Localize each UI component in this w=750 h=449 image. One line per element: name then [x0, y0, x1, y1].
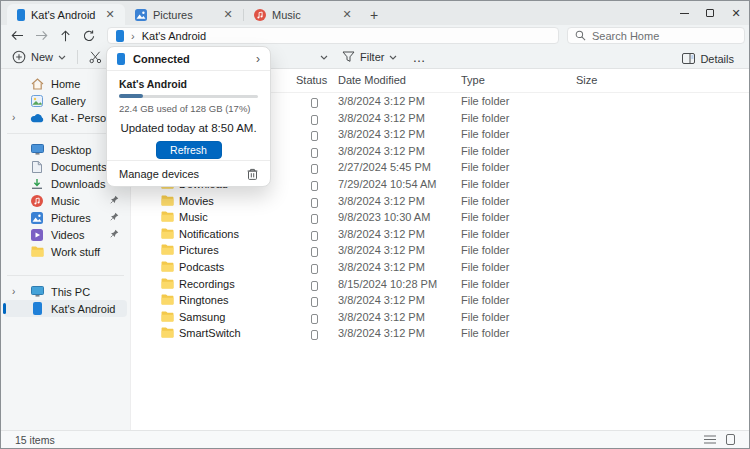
close-tab-icon[interactable]: ✕	[340, 8, 354, 21]
column-header-status[interactable]: Status	[296, 74, 327, 86]
download-icon	[30, 178, 44, 190]
table-row[interactable]: Recordings 8/15/2024 10:28 PM File folde…	[131, 276, 750, 293]
details-view-icon[interactable]	[704, 435, 716, 444]
chevron-right-icon[interactable]: ›	[131, 30, 135, 42]
sidebar-item-music[interactable]: Music	[4, 192, 127, 209]
storage-progress-fill	[119, 94, 143, 98]
table-row[interactable]: Ringtones 3/8/2024 3:12 PM File folder	[131, 292, 750, 309]
details-pane-button[interactable]: Details	[675, 48, 741, 69]
videos-icon	[30, 229, 44, 241]
breadcrumb-device[interactable]: Kat's Android	[142, 30, 206, 42]
table-row[interactable]: Pictures 3/8/2024 3:12 PM File folder	[131, 242, 750, 259]
file-type: File folder	[461, 276, 509, 293]
sidebar-item-label: Music	[51, 195, 80, 207]
column-header-date-modified[interactable]: Date Modified	[338, 74, 406, 86]
pin-icon	[110, 212, 119, 221]
toolbar-divider	[77, 50, 78, 64]
table-row[interactable]: Samsung 3/8/2024 3:12 PM File folder	[131, 309, 750, 326]
tab-pictures[interactable]: Pictures ✕	[125, 4, 243, 25]
window-controls: ✕	[671, 1, 749, 25]
file-type: File folder	[461, 226, 509, 243]
file-type: File folder	[461, 193, 509, 210]
music-icon	[30, 195, 44, 207]
date-modified: 3/8/2024 3:12 PM	[338, 93, 425, 110]
date-modified: 9/8/2023 10:30 AM	[338, 209, 430, 226]
file-name: Podcasts	[179, 259, 224, 276]
expand-chevron-icon[interactable]: ›	[12, 286, 15, 297]
breadcrumb[interactable]: › Kat's Android	[107, 27, 559, 44]
storage-summary: 22.4 GB used of 128 GB (17%)	[119, 103, 258, 114]
sidebar-item-work-stuff[interactable]: Work stuff	[4, 243, 127, 260]
sidebar-divider	[7, 275, 124, 276]
tab-kats-android[interactable]: Kat's Android ✕	[7, 4, 125, 25]
file-type: File folder	[461, 143, 509, 160]
file-name: Samsung	[179, 309, 225, 326]
table-row[interactable]: Notifications 3/8/2024 3:12 PM File fold…	[131, 226, 750, 243]
phone-icon	[17, 9, 25, 21]
close-tab-icon[interactable]: ✕	[221, 8, 235, 21]
new-icon	[12, 50, 26, 64]
file-type: File folder	[461, 176, 509, 193]
date-modified: 8/15/2024 10:28 PM	[338, 276, 437, 293]
maximize-button[interactable]	[697, 1, 723, 25]
column-header-type[interactable]: Type	[461, 74, 485, 86]
device-status-popup: Connected › Kat's Android 22.4 GB used o…	[106, 46, 271, 187]
minimize-button[interactable]	[671, 1, 697, 25]
sidebar-item-pictures[interactable]: Pictures	[4, 209, 127, 226]
connection-status: Connected	[133, 53, 248, 65]
file-type: File folder	[461, 159, 509, 176]
sidebar-item-videos[interactable]: Videos	[4, 226, 127, 243]
details-pane-icon	[682, 53, 695, 64]
file-type: File folder	[461, 110, 509, 127]
onedrive-icon	[30, 113, 44, 123]
refresh-button[interactable]: Refresh	[156, 141, 222, 159]
column-header-size[interactable]: Size	[576, 74, 597, 86]
date-modified: 3/8/2024 3:12 PM	[338, 325, 425, 342]
sidebar-item-label: Gallery	[51, 95, 86, 107]
folder-icon	[161, 327, 174, 344]
sidebar-item-label: Home	[51, 78, 80, 90]
filter-button[interactable]: Filter	[335, 47, 404, 68]
back-button[interactable]	[5, 26, 29, 45]
document-icon	[30, 161, 44, 173]
table-row[interactable]: SmartSwitch 3/8/2024 3:12 PM File folder	[131, 325, 750, 342]
phone-icon	[30, 302, 44, 315]
sidebar-item-label: Documents	[51, 161, 107, 173]
close-tab-icon[interactable]: ✕	[103, 8, 117, 21]
phone-icon[interactable]	[116, 30, 124, 42]
date-modified: 2/27/2024 5:45 PM	[338, 159, 431, 176]
new-tab-button[interactable]: +	[362, 4, 386, 25]
details-label: Details	[700, 53, 734, 65]
file-name: Music	[179, 209, 208, 226]
forward-button[interactable]	[29, 26, 53, 45]
view-dropdown-chevron[interactable]	[313, 47, 335, 68]
refresh-button[interactable]	[77, 26, 101, 45]
table-row[interactable]: Podcasts 3/8/2024 3:12 PM File folder	[131, 259, 750, 276]
more-options-button[interactable]: …	[404, 47, 434, 68]
chevron-right-icon[interactable]: ›	[256, 52, 260, 66]
date-modified: 3/8/2024 3:12 PM	[338, 126, 425, 143]
search-input[interactable]	[592, 30, 737, 42]
sidebar-item-label: Desktop	[51, 144, 91, 156]
cut-button[interactable]	[82, 47, 109, 68]
chevron-down-icon	[58, 55, 66, 60]
table-row[interactable]: Movies 3/8/2024 3:12 PM File folder	[131, 193, 750, 210]
popup-header[interactable]: Connected ›	[107, 47, 270, 71]
search-box[interactable]	[567, 27, 745, 44]
expand-chevron-icon[interactable]: ›	[12, 112, 15, 123]
storage-progress-bar	[119, 95, 258, 98]
trash-icon[interactable]	[247, 168, 258, 180]
large-icons-view-icon[interactable]	[726, 434, 735, 445]
item-count: 15 items	[15, 434, 55, 446]
file-name: Recordings	[179, 276, 235, 293]
sidebar-item-this-pc[interactable]: › This PC	[4, 283, 127, 300]
table-row[interactable]: Music 9/8/2023 10:30 AM File folder	[131, 209, 750, 226]
up-button[interactable]	[53, 26, 77, 45]
date-modified: 3/8/2024 3:12 PM	[338, 193, 425, 210]
new-button[interactable]: New	[5, 47, 73, 68]
tab-music[interactable]: Music ✕	[244, 4, 362, 25]
manage-devices-link[interactable]: Manage devices	[119, 168, 247, 180]
close-button[interactable]: ✕	[723, 1, 749, 25]
file-type: File folder	[461, 309, 509, 326]
sidebar-item-kats-android[interactable]: Kat's Android	[4, 300, 127, 317]
